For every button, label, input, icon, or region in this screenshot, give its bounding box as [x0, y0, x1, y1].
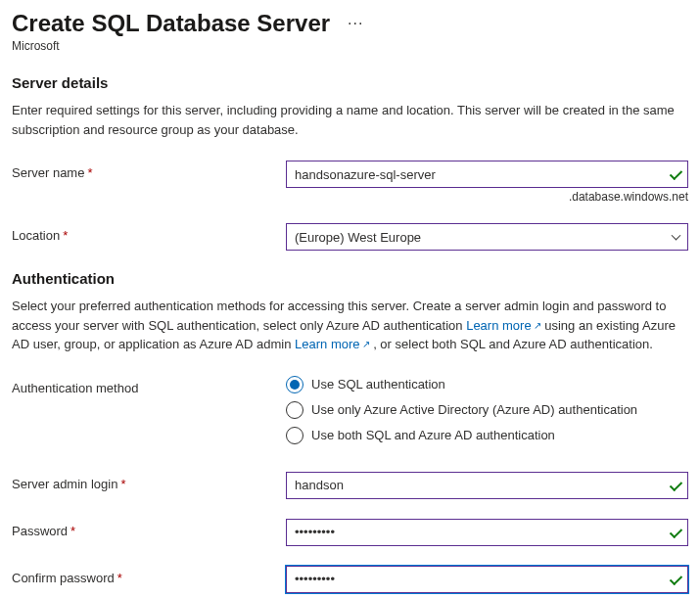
server-name-input-wrap[interactable]	[286, 161, 688, 188]
server-name-label: Server name*	[12, 161, 286, 180]
server-name-input[interactable]	[287, 161, 687, 187]
radio-both-auth[interactable]: Use both SQL and Azure AD authentication	[286, 427, 688, 444]
admin-login-label: Server admin login*	[12, 472, 286, 491]
location-select[interactable]: (Europe) West Europe	[286, 223, 688, 251]
section-server-details: Server details Enter required settings f…	[12, 74, 688, 251]
radio-only-aad[interactable]: Use only Azure Active Directory (Azure A…	[286, 401, 688, 419]
server-details-heading: Server details	[12, 74, 688, 91]
auth-method-radio-group: Use SQL authentication Use only Azure Ac…	[286, 376, 688, 444]
server-name-suffix: .database.windows.net	[286, 190, 688, 204]
location-value: (Europe) West Europe	[295, 230, 421, 245]
auth-method-label: Authentication method	[12, 376, 286, 395]
radio-label: Use only Azure Active Directory (Azure A…	[311, 402, 637, 417]
admin-login-input[interactable]	[287, 473, 687, 498]
password-label: Password*	[12, 519, 286, 538]
confirm-password-label: Confirm password*	[12, 566, 286, 585]
confirm-password-input-wrap[interactable]	[286, 566, 688, 593]
page-title: Create SQL Database Server	[12, 10, 330, 37]
admin-login-input-wrap[interactable]	[286, 472, 688, 499]
radio-sql-auth[interactable]: Use SQL authentication	[286, 376, 688, 393]
auth-description: Select your preferred authentication met…	[12, 297, 687, 354]
radio-label: Use both SQL and Azure AD authentication	[311, 428, 555, 442]
chevron-down-icon	[672, 231, 681, 241]
external-link-icon: ↗	[362, 339, 370, 349]
learn-more-link-1[interactable]: Learn more↗	[466, 318, 540, 333]
radio-label: Use SQL authentication	[311, 377, 445, 392]
server-details-description: Enter required settings for this server,…	[12, 101, 687, 139]
auth-heading: Authentication	[12, 270, 688, 287]
more-icon[interactable]: ···	[348, 15, 363, 32]
location-label: Location*	[12, 223, 286, 243]
external-link-icon: ↗	[534, 320, 541, 331]
publisher-label: Microsoft	[12, 39, 688, 53]
password-input[interactable]	[287, 520, 687, 545]
confirm-password-input[interactable]	[287, 567, 687, 592]
section-authentication: Authentication Select your preferred aut…	[12, 270, 688, 593]
learn-more-link-2[interactable]: Learn more↗	[295, 337, 369, 351]
password-input-wrap[interactable]	[286, 519, 688, 546]
